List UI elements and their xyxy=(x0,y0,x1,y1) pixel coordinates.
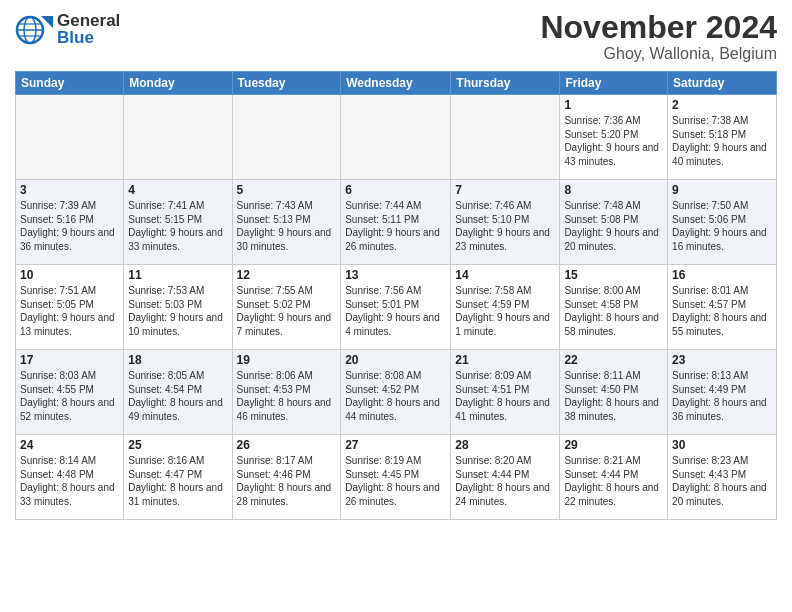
day-detail: Sunrise: 8:05 AM Sunset: 4:54 PM Dayligh… xyxy=(128,369,227,423)
day-cell-2-4: 14Sunrise: 7:58 AM Sunset: 4:59 PM Dayli… xyxy=(451,265,560,350)
day-number: 12 xyxy=(237,268,337,282)
day-detail: Sunrise: 8:06 AM Sunset: 4:53 PM Dayligh… xyxy=(237,369,337,423)
day-detail: Sunrise: 7:36 AM Sunset: 5:20 PM Dayligh… xyxy=(564,114,663,168)
logo: General Blue xyxy=(15,10,120,48)
day-detail: Sunrise: 8:23 AM Sunset: 4:43 PM Dayligh… xyxy=(672,454,772,508)
title-block: November 2024 Ghoy, Wallonia, Belgium xyxy=(540,10,777,63)
day-cell-0-1 xyxy=(124,95,232,180)
day-detail: Sunrise: 7:46 AM Sunset: 5:10 PM Dayligh… xyxy=(455,199,555,253)
day-number: 4 xyxy=(128,183,227,197)
day-cell-1-2: 5Sunrise: 7:43 AM Sunset: 5:13 PM Daylig… xyxy=(232,180,341,265)
day-number: 6 xyxy=(345,183,446,197)
day-number: 5 xyxy=(237,183,337,197)
day-cell-4-0: 24Sunrise: 8:14 AM Sunset: 4:48 PM Dayli… xyxy=(16,435,124,520)
day-cell-4-2: 26Sunrise: 8:17 AM Sunset: 4:46 PM Dayli… xyxy=(232,435,341,520)
day-detail: Sunrise: 7:56 AM Sunset: 5:01 PM Dayligh… xyxy=(345,284,446,338)
header-row: Sunday Monday Tuesday Wednesday Thursday… xyxy=(16,72,777,95)
col-wednesday: Wednesday xyxy=(341,72,451,95)
day-number: 24 xyxy=(20,438,119,452)
day-cell-0-6: 2Sunrise: 7:38 AM Sunset: 5:18 PM Daylig… xyxy=(668,95,777,180)
day-number: 10 xyxy=(20,268,119,282)
day-number: 2 xyxy=(672,98,772,112)
day-detail: Sunrise: 7:58 AM Sunset: 4:59 PM Dayligh… xyxy=(455,284,555,338)
day-detail: Sunrise: 7:55 AM Sunset: 5:02 PM Dayligh… xyxy=(237,284,337,338)
day-cell-2-5: 15Sunrise: 8:00 AM Sunset: 4:58 PM Dayli… xyxy=(560,265,668,350)
day-cell-4-4: 28Sunrise: 8:20 AM Sunset: 4:44 PM Dayli… xyxy=(451,435,560,520)
day-detail: Sunrise: 7:51 AM Sunset: 5:05 PM Dayligh… xyxy=(20,284,119,338)
day-number: 20 xyxy=(345,353,446,367)
day-cell-3-6: 23Sunrise: 8:13 AM Sunset: 4:49 PM Dayli… xyxy=(668,350,777,435)
day-number: 7 xyxy=(455,183,555,197)
week-row-0: 1Sunrise: 7:36 AM Sunset: 5:20 PM Daylig… xyxy=(16,95,777,180)
col-saturday: Saturday xyxy=(668,72,777,95)
day-detail: Sunrise: 8:11 AM Sunset: 4:50 PM Dayligh… xyxy=(564,369,663,423)
day-detail: Sunrise: 8:14 AM Sunset: 4:48 PM Dayligh… xyxy=(20,454,119,508)
logo-blue-text: Blue xyxy=(57,29,120,46)
day-cell-2-0: 10Sunrise: 7:51 AM Sunset: 5:05 PM Dayli… xyxy=(16,265,124,350)
day-cell-2-2: 12Sunrise: 7:55 AM Sunset: 5:02 PM Dayli… xyxy=(232,265,341,350)
day-cell-0-5: 1Sunrise: 7:36 AM Sunset: 5:20 PM Daylig… xyxy=(560,95,668,180)
day-cell-3-3: 20Sunrise: 8:08 AM Sunset: 4:52 PM Dayli… xyxy=(341,350,451,435)
day-number: 30 xyxy=(672,438,772,452)
day-detail: Sunrise: 7:48 AM Sunset: 5:08 PM Dayligh… xyxy=(564,199,663,253)
calendar-title: November 2024 xyxy=(540,10,777,45)
col-sunday: Sunday xyxy=(16,72,124,95)
col-tuesday: Tuesday xyxy=(232,72,341,95)
day-cell-0-0 xyxy=(16,95,124,180)
day-number: 14 xyxy=(455,268,555,282)
day-number: 9 xyxy=(672,183,772,197)
day-detail: Sunrise: 8:20 AM Sunset: 4:44 PM Dayligh… xyxy=(455,454,555,508)
page-container: General Blue November 2024 Ghoy, Walloni… xyxy=(0,0,792,530)
logo-icon xyxy=(15,10,53,48)
day-number: 28 xyxy=(455,438,555,452)
col-monday: Monday xyxy=(124,72,232,95)
day-cell-3-5: 22Sunrise: 8:11 AM Sunset: 4:50 PM Dayli… xyxy=(560,350,668,435)
day-number: 16 xyxy=(672,268,772,282)
day-detail: Sunrise: 7:53 AM Sunset: 5:03 PM Dayligh… xyxy=(128,284,227,338)
day-cell-0-3 xyxy=(341,95,451,180)
day-cell-1-4: 7Sunrise: 7:46 AM Sunset: 5:10 PM Daylig… xyxy=(451,180,560,265)
day-number: 17 xyxy=(20,353,119,367)
week-row-2: 10Sunrise: 7:51 AM Sunset: 5:05 PM Dayli… xyxy=(16,265,777,350)
day-detail: Sunrise: 7:38 AM Sunset: 5:18 PM Dayligh… xyxy=(672,114,772,168)
day-cell-2-3: 13Sunrise: 7:56 AM Sunset: 5:01 PM Dayli… xyxy=(341,265,451,350)
week-row-3: 17Sunrise: 8:03 AM Sunset: 4:55 PM Dayli… xyxy=(16,350,777,435)
day-detail: Sunrise: 7:50 AM Sunset: 5:06 PM Dayligh… xyxy=(672,199,772,253)
week-row-4: 24Sunrise: 8:14 AM Sunset: 4:48 PM Dayli… xyxy=(16,435,777,520)
day-cell-0-4 xyxy=(451,95,560,180)
day-cell-3-0: 17Sunrise: 8:03 AM Sunset: 4:55 PM Dayli… xyxy=(16,350,124,435)
day-number: 25 xyxy=(128,438,227,452)
day-cell-1-1: 4Sunrise: 7:41 AM Sunset: 5:15 PM Daylig… xyxy=(124,180,232,265)
day-cell-1-5: 8Sunrise: 7:48 AM Sunset: 5:08 PM Daylig… xyxy=(560,180,668,265)
day-detail: Sunrise: 8:17 AM Sunset: 4:46 PM Dayligh… xyxy=(237,454,337,508)
day-detail: Sunrise: 8:16 AM Sunset: 4:47 PM Dayligh… xyxy=(128,454,227,508)
day-detail: Sunrise: 8:19 AM Sunset: 4:45 PM Dayligh… xyxy=(345,454,446,508)
calendar-body: 1Sunrise: 7:36 AM Sunset: 5:20 PM Daylig… xyxy=(16,95,777,520)
day-number: 13 xyxy=(345,268,446,282)
day-number: 22 xyxy=(564,353,663,367)
week-row-1: 3Sunrise: 7:39 AM Sunset: 5:16 PM Daylig… xyxy=(16,180,777,265)
day-cell-3-2: 19Sunrise: 8:06 AM Sunset: 4:53 PM Dayli… xyxy=(232,350,341,435)
day-detail: Sunrise: 8:13 AM Sunset: 4:49 PM Dayligh… xyxy=(672,369,772,423)
logo-general-text: General xyxy=(57,12,120,29)
day-number: 23 xyxy=(672,353,772,367)
day-number: 15 xyxy=(564,268,663,282)
day-detail: Sunrise: 8:08 AM Sunset: 4:52 PM Dayligh… xyxy=(345,369,446,423)
day-cell-4-5: 29Sunrise: 8:21 AM Sunset: 4:44 PM Dayli… xyxy=(560,435,668,520)
day-cell-2-1: 11Sunrise: 7:53 AM Sunset: 5:03 PM Dayli… xyxy=(124,265,232,350)
header: General Blue November 2024 Ghoy, Walloni… xyxy=(15,10,777,63)
day-detail: Sunrise: 8:00 AM Sunset: 4:58 PM Dayligh… xyxy=(564,284,663,338)
day-number: 27 xyxy=(345,438,446,452)
day-number: 1 xyxy=(564,98,663,112)
day-number: 8 xyxy=(564,183,663,197)
day-number: 18 xyxy=(128,353,227,367)
day-cell-1-6: 9Sunrise: 7:50 AM Sunset: 5:06 PM Daylig… xyxy=(668,180,777,265)
calendar-subtitle: Ghoy, Wallonia, Belgium xyxy=(540,45,777,63)
day-cell-4-6: 30Sunrise: 8:23 AM Sunset: 4:43 PM Dayli… xyxy=(668,435,777,520)
col-thursday: Thursday xyxy=(451,72,560,95)
day-detail: Sunrise: 8:21 AM Sunset: 4:44 PM Dayligh… xyxy=(564,454,663,508)
day-cell-0-2 xyxy=(232,95,341,180)
day-number: 3 xyxy=(20,183,119,197)
col-friday: Friday xyxy=(560,72,668,95)
day-detail: Sunrise: 8:09 AM Sunset: 4:51 PM Dayligh… xyxy=(455,369,555,423)
